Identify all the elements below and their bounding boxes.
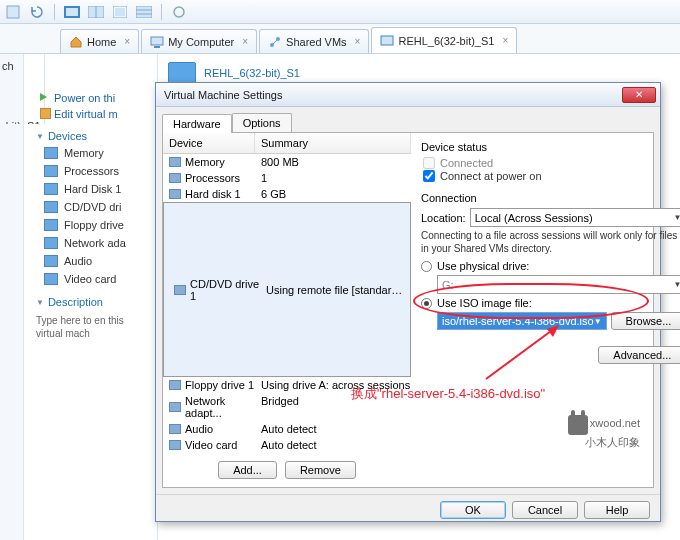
panel-single-icon[interactable]: [63, 3, 81, 21]
connection-title: Connection: [421, 192, 680, 204]
chevron-down-icon: ▼: [673, 280, 680, 289]
chevron-down-icon: ▼: [673, 213, 680, 222]
device-item-video[interactable]: Video card: [30, 270, 151, 288]
device-item-processors[interactable]: Processors: [30, 162, 151, 180]
help-button[interactable]: Help: [584, 501, 650, 519]
memory-icon: [169, 157, 181, 167]
dialog-title: Virtual Machine Settings: [160, 89, 622, 101]
table-row[interactable]: CD/DVD drive 1Using remote file [standar…: [163, 202, 411, 377]
refresh-icon[interactable]: [28, 3, 46, 21]
thumb-icon[interactable]: [4, 3, 22, 21]
table-row[interactable]: Video cardAuto detect: [163, 437, 411, 453]
device-item-memory[interactable]: Memory: [30, 144, 151, 162]
network-icon: [169, 402, 181, 412]
audio-icon: [44, 255, 58, 267]
connect-poweron-checkbox[interactable]: Connect at power on: [423, 170, 680, 182]
annotation-text: 换成"rhel-server-5.4-i386-dvd.iso": [351, 385, 545, 403]
col-summary[interactable]: Summary: [255, 133, 411, 153]
browse-button[interactable]: Browse...: [611, 312, 680, 330]
close-icon[interactable]: ×: [124, 36, 130, 47]
description-heading[interactable]: Description: [30, 288, 151, 310]
advanced-button[interactable]: Advanced...: [598, 346, 680, 364]
tab-home[interactable]: Home×: [60, 29, 139, 53]
dialog-tabs: Hardware Options: [156, 107, 660, 132]
add-button[interactable]: Add...: [218, 461, 277, 479]
disk-icon: [169, 189, 181, 199]
vm-settings-dialog: Virtual Machine Settings ✕ Hardware Opti…: [155, 82, 661, 522]
panel-list-icon[interactable]: [135, 3, 153, 21]
table-row[interactable]: Hard disk 16 GB: [163, 186, 411, 202]
col-device[interactable]: Device: [163, 133, 255, 153]
vm-sidebar: Power on thi Edit virtual m Devices Memo…: [24, 54, 158, 540]
device-item-network[interactable]: Network ada: [30, 234, 151, 252]
close-icon[interactable]: ×: [355, 36, 361, 47]
table-row[interactable]: Processors1: [163, 170, 411, 186]
home-icon: [69, 35, 83, 49]
tab-label: Home: [87, 36, 116, 48]
device-item-harddisk[interactable]: Hard Disk 1: [30, 180, 151, 198]
tab-label: My Computer: [168, 36, 234, 48]
remove-button[interactable]: Remove: [285, 461, 356, 479]
devices-heading[interactable]: Devices: [30, 122, 151, 144]
use-iso-radio[interactable]: Use ISO image file:: [421, 297, 680, 309]
fullscreen-icon[interactable]: [111, 3, 129, 21]
video-icon: [169, 440, 181, 450]
svg-rect-2: [66, 8, 78, 16]
computer-icon: [150, 35, 164, 49]
device-status-title: Device status: [421, 141, 680, 153]
edit-vm-link[interactable]: Edit virtual m: [30, 106, 151, 122]
connect-icon[interactable]: [170, 3, 188, 21]
device-list: Memory Processors Hard Disk 1 CD/DVD dri…: [30, 144, 151, 288]
location-label: Location:: [421, 212, 466, 224]
lib-search-fragment: ch: [2, 60, 42, 72]
tab-sharedvms[interactable]: Shared VMs×: [259, 29, 369, 53]
tab-label: Shared VMs: [286, 36, 347, 48]
tab-mycomputer[interactable]: My Computer×: [141, 29, 257, 53]
ok-button[interactable]: OK: [440, 501, 506, 519]
hardware-table: Device Summary Memory800 MB Processors1 …: [163, 133, 411, 487]
tab-vm[interactable]: REHL_6(32-bit)_S1×: [371, 27, 517, 53]
device-item-cddvd[interactable]: CD/DVD dri: [30, 198, 151, 216]
table-row[interactable]: AudioAuto detect: [163, 421, 411, 437]
dialog-footer: OK Cancel Help: [156, 494, 660, 525]
device-item-audio[interactable]: Audio: [30, 252, 151, 270]
device-item-floppy[interactable]: Floppy drive: [30, 216, 151, 234]
close-icon[interactable]: ×: [502, 35, 508, 46]
cpu-icon: [44, 165, 58, 177]
app-toolbar: [0, 0, 680, 24]
tab-hardware[interactable]: Hardware: [162, 114, 232, 133]
left-gutter: [0, 54, 24, 540]
use-physical-radio[interactable]: Use physical drive:: [421, 260, 680, 272]
connected-checkbox: Connected: [423, 157, 680, 169]
toolbar-separator: [54, 4, 55, 20]
table-header: Device Summary: [163, 133, 411, 154]
floppy-icon: [44, 219, 58, 231]
close-icon[interactable]: ×: [242, 36, 248, 47]
table-row[interactable]: Memory800 MB: [163, 154, 411, 170]
svg-rect-11: [151, 37, 163, 45]
document-tabs: Home× My Computer× Shared VMs× REHL_6(32…: [0, 24, 680, 54]
dialog-titlebar[interactable]: Virtual Machine Settings ✕: [156, 83, 660, 107]
disc-icon: [174, 285, 186, 295]
svg-point-10: [174, 7, 184, 17]
floppy-icon: [169, 380, 181, 390]
disk-icon: [44, 183, 58, 195]
close-button[interactable]: ✕: [622, 87, 656, 103]
vm-icon: [380, 34, 394, 48]
power-on-link[interactable]: Power on thi: [30, 90, 151, 106]
audio-icon: [169, 424, 181, 434]
network-icon: [44, 237, 58, 249]
location-select[interactable]: Local (Across Sessions)▼: [470, 208, 680, 227]
location-hint: Connecting to a file across sessions wil…: [421, 230, 680, 255]
cancel-button[interactable]: Cancel: [512, 501, 578, 519]
tab-options[interactable]: Options: [232, 113, 292, 132]
svg-rect-16: [381, 36, 393, 45]
vm-large-icon: [168, 62, 196, 84]
svg-line-15: [273, 40, 277, 44]
shared-icon: [268, 35, 282, 49]
svg-rect-12: [154, 46, 160, 48]
description-text[interactable]: Type here to en this virtual mach: [30, 310, 151, 344]
iso-path-field[interactable]: iso/rhel-server-5.4-i386-dvd.iso▼: [437, 312, 607, 330]
panel-split-icon[interactable]: [87, 3, 105, 21]
physical-drive-select[interactable]: G:▼: [437, 275, 680, 294]
